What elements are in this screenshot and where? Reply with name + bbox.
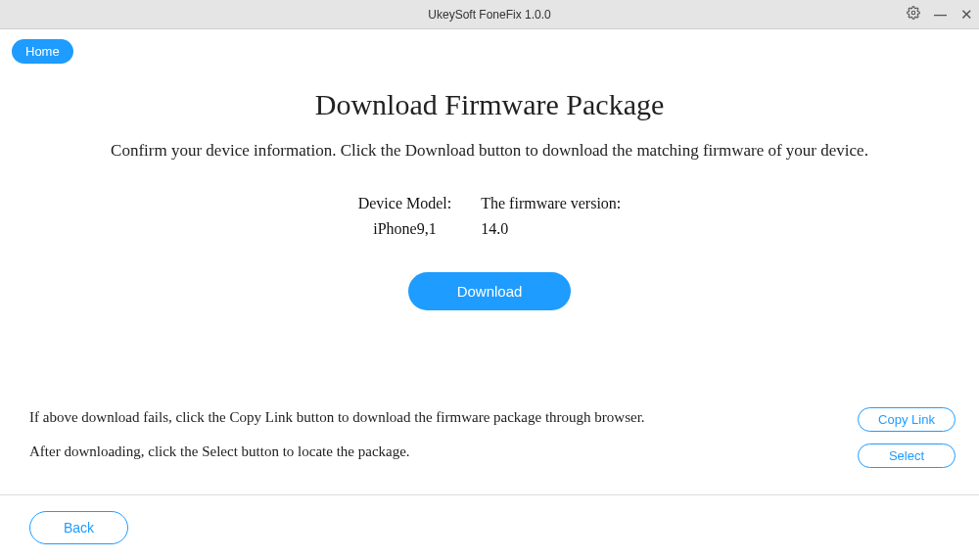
minimize-icon[interactable]: — bbox=[934, 7, 947, 22]
download-button[interactable]: Download bbox=[408, 272, 572, 310]
window-title: UkeySoft FoneFix 1.0.0 bbox=[428, 8, 550, 22]
home-button[interactable]: Home bbox=[12, 39, 73, 64]
page-title: Download Firmware Package bbox=[0, 88, 979, 121]
hint-select: After downloading, click the Select butt… bbox=[29, 443, 950, 460]
firmware-version-value: 14.0 bbox=[481, 220, 621, 238]
hint-copy-link: If above download fails, click the Copy … bbox=[29, 409, 950, 426]
firmware-version-column: The firmware version: 14.0 bbox=[481, 195, 621, 238]
close-icon[interactable]: ✕ bbox=[960, 6, 973, 23]
footer-divider bbox=[0, 494, 979, 495]
device-model-column: Device Model: iPhone9,1 bbox=[358, 195, 452, 238]
hints-section: If above download fails, click the Copy … bbox=[29, 409, 950, 478]
svg-point-0 bbox=[911, 11, 915, 15]
back-button[interactable]: Back bbox=[29, 511, 128, 544]
select-button[interactable]: Select bbox=[858, 443, 956, 468]
settings-icon[interactable] bbox=[907, 6, 920, 23]
main-content: Download Firmware Package Confirm your d… bbox=[0, 29, 979, 310]
device-info: Device Model: iPhone9,1 The firmware ver… bbox=[0, 195, 979, 238]
page-subtitle: Confirm your device information. Click t… bbox=[0, 141, 979, 161]
device-model-label: Device Model: bbox=[358, 195, 452, 212]
side-buttons: Copy Link Select bbox=[858, 407, 956, 468]
firmware-version-label: The firmware version: bbox=[481, 195, 621, 212]
copy-link-button[interactable]: Copy Link bbox=[858, 407, 956, 432]
titlebar: UkeySoft FoneFix 1.0.0 — ✕ bbox=[0, 0, 979, 29]
device-model-value: iPhone9,1 bbox=[358, 220, 452, 238]
titlebar-controls: — ✕ bbox=[907, 6, 973, 23]
